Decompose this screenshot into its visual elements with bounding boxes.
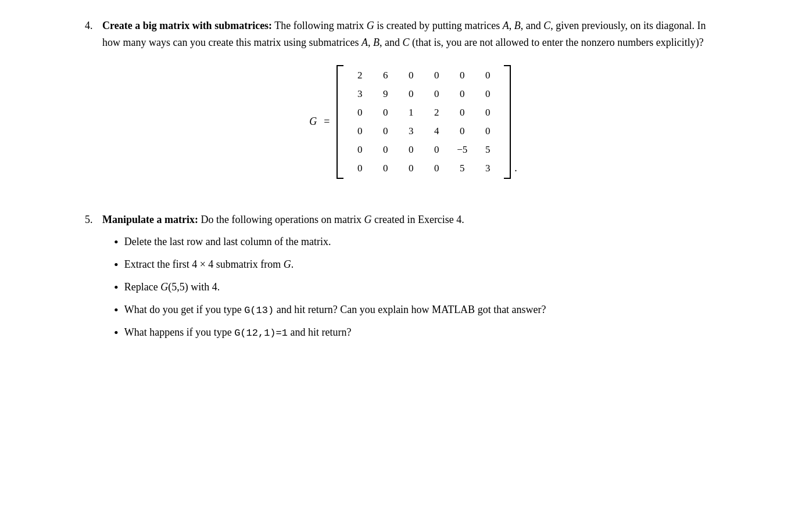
matrix-g-container: G = 2 6 0 0 0 0 3	[102, 65, 724, 179]
bullet-content-g121: What happens if you type G(12,1)=1 and h…	[124, 324, 724, 341]
matrix-cell: 0	[426, 86, 447, 102]
problem-5-number: 5.	[85, 211, 102, 228]
bullet-item-delete: • Delete the last row and last column of…	[114, 233, 724, 251]
bullet-dot-4: •	[114, 301, 119, 319]
matrix-cell: 5	[477, 142, 498, 157]
matrix-cell: 0	[452, 105, 472, 120]
matrix-cell: 3	[477, 160, 498, 176]
matrix-cell: 2	[349, 67, 370, 83]
matrix-cell: 0	[477, 86, 498, 102]
matrix-g-label: G	[309, 113, 317, 130]
problem-5-text: Manipulate a matrix: Do the following op…	[102, 211, 724, 347]
matrix-cell: 0	[452, 67, 472, 83]
bullet-dot-2: •	[114, 256, 119, 274]
matrix-cell: 0	[452, 86, 472, 102]
problem-4-paragraph: Create a big matrix with submatrices: Th…	[102, 17, 724, 51]
matrix-cell: 2	[426, 105, 447, 120]
matrix-cell: 0	[375, 123, 396, 139]
problem-5: 5. Manipulate a matrix: Do the following…	[85, 211, 724, 347]
problem-5-paragraph: Manipulate a matrix: Do the following op…	[102, 211, 724, 228]
matrix-cell: 0	[375, 105, 396, 120]
matrix-cell: 0	[426, 142, 447, 157]
matrix-cell: 0	[400, 160, 421, 176]
matrix-cell: 0	[349, 123, 370, 139]
bullet-content-delete: Delete the last row and last column of t…	[124, 233, 724, 250]
matrix-g-grid: 2 6 0 0 0 0 3 9 0 0 0 0	[348, 66, 499, 178]
matrix-cell: 5	[452, 160, 472, 176]
matrix-cell: 0	[349, 142, 370, 157]
problem-5-header: 5. Manipulate a matrix: Do the following…	[85, 211, 724, 347]
matrix-cell: 0	[477, 123, 498, 139]
problem-4-text: Create a big matrix with submatrices: Th…	[102, 17, 724, 193]
matrix-cell: 0	[349, 105, 370, 120]
problem-5-title: Manipulate a matrix:	[102, 214, 198, 225]
problem-4: 4. Create a big matrix with submatrices:…	[85, 17, 724, 193]
matrix-cell: 4	[426, 123, 447, 139]
matrix-cell: 0	[375, 160, 396, 176]
bullet-dot-1: •	[114, 233, 119, 251]
main-content: 4. Create a big matrix with submatrices:…	[85, 17, 724, 346]
matrix-cell: 3	[349, 86, 370, 102]
bullet-item-g121: • What happens if you type G(12,1)=1 and…	[114, 324, 724, 342]
matrix-cell: 0	[349, 160, 370, 176]
matrix-cell: 0	[477, 67, 498, 83]
matrix-cell: 0	[452, 123, 472, 139]
matrix-cell: 6	[375, 67, 396, 83]
problem-4-title: Create a big matrix with submatrices:	[102, 20, 272, 31]
matrix-cell: 1	[400, 105, 421, 120]
bullet-item-g13: • What do you get if you type G(13) and …	[114, 301, 724, 319]
bullet-content-replace: Replace G(5,5) with 4.	[124, 279, 724, 296]
matrix-cell: 9	[375, 86, 396, 102]
bullet-item-replace: • Replace G(5,5) with 4.	[114, 279, 724, 297]
matrix-cell: 0	[375, 142, 396, 157]
bullet-dot-3: •	[114, 279, 119, 297]
matrix-cell: 3	[400, 123, 421, 139]
matrix-g-wrapper: 2 6 0 0 0 0 3 9 0 0 0 0	[337, 65, 517, 179]
matrix-cell: 0	[400, 86, 421, 102]
bullet-content-extract: Extract the first 4 × 4 submatrix from G…	[124, 256, 724, 273]
matrix-cell: −5	[452, 142, 472, 157]
problem-4-header: 4. Create a big matrix with submatrices:…	[85, 17, 724, 193]
bracket-right	[504, 65, 511, 179]
bullet-content-g13: What do you get if you type G(13) and hi…	[124, 301, 724, 318]
problem-4-number: 4.	[85, 17, 102, 34]
bullet-list: • Delete the last row and last column of…	[114, 233, 724, 342]
bullet-item-extract: • Extract the first 4 × 4 submatrix from…	[114, 256, 724, 274]
matrix-cell: 0	[477, 105, 498, 120]
matrix-cell: 0	[426, 160, 447, 176]
matrix-cell: 0	[400, 142, 421, 157]
matrix-equals: =	[324, 113, 330, 130]
bullet-dot-5: •	[114, 324, 119, 342]
matrix-cell: 0	[426, 67, 447, 83]
problem-5-intro: Do the following operations on matrix G …	[201, 214, 464, 225]
matrix-cell: 0	[400, 67, 421, 83]
matrix-period: .	[514, 160, 517, 179]
bracket-left	[337, 65, 343, 179]
